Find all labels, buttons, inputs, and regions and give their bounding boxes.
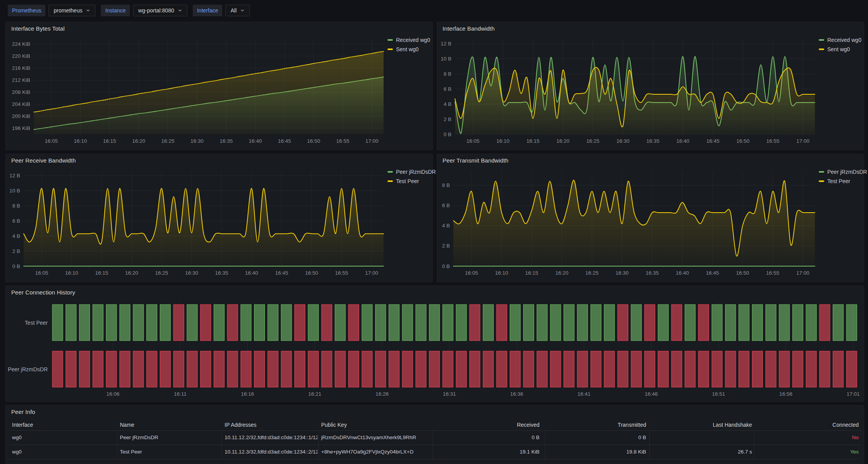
y-axis-tick-label: 12 B [441, 41, 451, 47]
panel-title[interactable]: Interface Bandwidth [443, 25, 495, 32]
legend-item-received-wg0[interactable]: Received wg0 [387, 37, 430, 43]
legend-item-test-peer[interactable]: Test Peer [819, 178, 867, 184]
x-axis-tick-label: 17:01 [847, 391, 860, 397]
x-axis-tick-label: 16:41 [578, 391, 591, 397]
dashboard-toolbar: Prometheus prometheus Instance wg-portal… [0, 0, 868, 21]
status-bar-connected [268, 305, 278, 341]
x-axis-tick-label: 16:10 [495, 270, 508, 276]
status-bar-connected [793, 305, 803, 341]
legend-item-peer-jrzmdsdr[interactable]: Peer jRzmDsDR [387, 169, 436, 175]
table-cell-ip-addresses: 10.11.12.2/32,fdfd:d3ad:c0de:1234::1/128 [225, 430, 318, 445]
table-row-divider [9, 459, 861, 459]
status-bar-connected [550, 305, 561, 341]
legend-series-label: Received wg0 [396, 37, 430, 43]
chevron-down-icon [178, 8, 182, 13]
x-axis-tick-label: 16:55 [335, 270, 348, 276]
status-bar-connected [510, 305, 520, 341]
x-axis-tick-label: 16:05 [45, 138, 58, 144]
status-bar-disconnected [470, 305, 480, 341]
status-bar-disconnected [322, 305, 332, 341]
status-bar-connected [524, 305, 534, 341]
legend-item-sent-wg0[interactable]: Sent wg0 [819, 46, 861, 52]
x-axis-tick-label: 16:10 [65, 270, 78, 276]
panel-title[interactable]: Peer Transmit Bandwidth [443, 157, 508, 164]
status-bar-connected [416, 305, 426, 341]
legend-series-label: Sent wg0 [396, 46, 418, 52]
legend-series-swatch [387, 180, 393, 182]
status-bar-connected [833, 305, 844, 341]
column-header-public-key[interactable]: Public Key [321, 419, 431, 430]
column-header-last-handshake[interactable]: Last Handshake [652, 419, 752, 430]
status-bar-connected [160, 305, 171, 341]
status-bar-connected [766, 305, 776, 341]
x-axis-tick-label: 16:25 [585, 270, 598, 276]
y-axis-tick-label: 6 B [444, 86, 451, 92]
y-axis-tick-label: 8 B [442, 182, 450, 188]
table-column-divider [649, 430, 650, 459]
status-bar-disconnected [322, 351, 332, 387]
y-axis-tick-label: 220 KiB [12, 53, 30, 59]
table-cell-interface: wg0 [12, 445, 115, 459]
y-axis-tick-label: 4 B [12, 233, 20, 239]
column-header-name[interactable]: Name [120, 419, 220, 430]
status-bar-disconnected [631, 351, 641, 387]
x-axis-tick-label: 16:45 [706, 138, 719, 144]
x-axis-tick-label: 16:06 [106, 391, 119, 397]
x-axis-tick-label: 16:30 [616, 270, 629, 276]
x-axis-tick-label: 16:35 [215, 270, 228, 276]
y-axis-tick-label: 200 KiB [12, 113, 30, 119]
x-axis-tick-label: 16:16 [241, 391, 254, 397]
legend-item-received-wg0[interactable]: Received wg0 [819, 37, 861, 43]
x-axis-tick-label: 16:30 [185, 270, 198, 276]
table-column-divider [754, 430, 754, 459]
column-header-connected[interactable]: Connected [758, 419, 859, 430]
variable-value-interface-dropdown[interactable]: All [225, 5, 250, 16]
legend-series-swatch [819, 180, 824, 182]
panel-title[interactable]: Peer Connection History [11, 289, 75, 296]
status-bar-connected [537, 305, 547, 341]
column-header-ip-addresses[interactable]: IP Addresses [225, 419, 318, 430]
status-bar-disconnected [537, 351, 547, 387]
status-bar-disconnected [550, 351, 561, 387]
status-bar-disconnected [604, 351, 615, 387]
status-bar-connected [52, 305, 63, 341]
panel-title[interactable]: Interface Bytes Total [11, 25, 65, 32]
panel-title[interactable]: Peer Receive Bandwidth [11, 157, 76, 164]
variable-prometheus: Prometheus prometheus [8, 5, 95, 16]
legend-item-peer-jrzmdsdr[interactable]: Peer jRzmDsDR [819, 169, 867, 175]
status-bar-disconnected [766, 351, 776, 387]
column-header-received[interactable]: Received [436, 419, 539, 430]
status-bar-connected [739, 305, 749, 341]
chevron-down-icon [86, 8, 90, 13]
status-bar-connected [658, 305, 669, 341]
status-bar-disconnected [510, 351, 520, 387]
status-bar-disconnected [779, 351, 790, 387]
status-bar-disconnected [658, 351, 669, 387]
x-axis-tick-label: 16:20 [557, 138, 570, 144]
legend-item-test-peer[interactable]: Test Peer [387, 178, 436, 184]
column-header-interface[interactable]: Interface [12, 419, 115, 430]
status-bar-disconnected [120, 351, 130, 387]
status-bar-connected [93, 305, 103, 341]
variable-instance: Instance wg-portal:8080 [101, 5, 187, 16]
legend-series-swatch [819, 171, 824, 173]
status-bar-disconnected [160, 351, 171, 387]
legend-series-swatch [819, 39, 824, 41]
status-row-label: Peer jRzmDsDR [8, 366, 48, 372]
status-bar-disconnected [173, 305, 184, 341]
variable-value-instance-dropdown[interactable]: wg-portal:8080 [133, 5, 187, 16]
x-axis-tick-label: 16:25 [586, 138, 600, 144]
column-header-transmitted[interactable]: Transmitted [548, 419, 646, 430]
status-bar-disconnected [699, 351, 709, 387]
x-axis-tick-label: 16:55 [336, 138, 349, 144]
status-bar-disconnected [617, 351, 628, 387]
variable-value-prometheus-dropdown[interactable]: prometheus [48, 5, 95, 16]
status-bar-disconnected [241, 351, 251, 387]
x-axis-tick-label: 16:10 [496, 138, 510, 144]
table-cell-public-key: jRzmDsDRVnwCt13vsyamXherk9L9RhR [321, 430, 431, 445]
status-bar-connected [429, 305, 440, 341]
legend-item-sent-wg0[interactable]: Sent wg0 [387, 46, 430, 52]
status-bar-disconnected [617, 305, 628, 341]
status-bar-disconnected [268, 351, 278, 387]
table-cell-connected: Yes [758, 445, 859, 459]
